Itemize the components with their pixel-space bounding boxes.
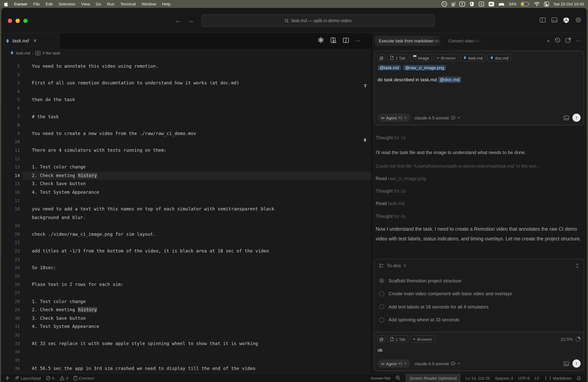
code-line[interactable]: 25 xyxy=(1,272,371,281)
code-line[interactable]: 1You need to annotate this video using r… xyxy=(1,62,371,71)
close-window-button[interactable] xyxy=(8,19,12,23)
bottom-panel-icon[interactable] xyxy=(551,17,557,24)
menu-item-file[interactable]: File xyxy=(33,1,40,6)
chat-tab-inactive[interactable]: Convert video to o xyxy=(447,36,485,46)
menu-item-selection[interactable]: Selection xyxy=(59,1,75,6)
chat-message-tool[interactable]: Read task.md xyxy=(376,201,583,206)
prism-icon[interactable] xyxy=(469,1,474,7)
statusbar-0[interactable]: 0 xyxy=(60,374,68,382)
chat-tab-active[interactable]: Execute task from markdown do xyxy=(375,36,444,46)
statusbar-connect[interactable]: Connect xyxy=(73,374,94,382)
code-line[interactable]: 18you need to add a text with this names… xyxy=(1,205,371,213)
context-pill--[interactable]: @ xyxy=(378,54,385,62)
chat-more-icon[interactable]: ⋯ xyxy=(576,38,581,43)
command-center-search[interactable]: task.md — qalti-ci-demo-video xyxy=(201,14,435,27)
breadcrumb-file[interactable]: task.md xyxy=(16,51,30,55)
code-line[interactable]: 5then do the task xyxy=(1,96,371,104)
menu-item-edit[interactable]: Edit xyxy=(46,1,53,6)
code-line[interactable]: 21 xyxy=(1,239,371,247)
statusbar-utf-8[interactable]: UTF-8 xyxy=(518,374,530,382)
forward-button[interactable]: → xyxy=(187,17,195,24)
chat-composer[interactable]: @1 TabImage+Browsertask.mddoc.md @task.m… xyxy=(374,51,584,125)
statusbar-lf[interactable]: LF xyxy=(535,374,540,382)
split-editor-icon[interactable] xyxy=(343,37,349,44)
menu-item-view[interactable]: View xyxy=(81,1,90,6)
statusbar-spaces-4[interactable]: Spaces: 4 xyxy=(495,374,513,382)
code-line[interactable]: 24So 18sec: xyxy=(1,264,371,272)
context-pill-1-tab[interactable]: 1 Tab xyxy=(387,335,408,343)
context-pill-browser[interactable]: +Browser xyxy=(410,335,435,343)
zoom-window-button[interactable] xyxy=(23,19,28,23)
cursor-cube-icon[interactable] xyxy=(563,17,569,25)
mention-pill[interactable]: @task.md xyxy=(378,65,401,70)
model-dropdown[interactable]: claude-4.5-sonnet xyxy=(415,115,460,120)
code-line[interactable]: 10 xyxy=(1,138,371,146)
menu-item-terminal[interactable]: Terminal xyxy=(120,1,136,6)
statusbar-bell-icon[interactable] xyxy=(577,374,581,382)
code-line[interactable]: 23 xyxy=(1,255,371,264)
minimize-window-button[interactable] xyxy=(16,19,20,23)
code-line[interactable]: 26Plase text in 2 rows for each sim: xyxy=(1,281,371,289)
agent-mode-dropdown[interactable]: ∞ Agent ⌘I xyxy=(378,360,410,368)
code-line[interactable]: 164. Test System Appearance xyxy=(1,188,371,197)
control-center-icon[interactable] xyxy=(544,1,549,6)
todo-open-icon[interactable] xyxy=(379,317,384,322)
tab-task-md[interactable]: task.md ✕ xyxy=(1,33,60,49)
code-line[interactable]: 11There are 4 simulators with tests runn… xyxy=(1,146,371,155)
menu-item-cursor[interactable]: Cursor xyxy=(14,1,27,6)
editor-more-actions-icon[interactable]: ⋯ xyxy=(356,38,360,43)
todos-collapse-icon[interactable] xyxy=(576,263,579,268)
apple-icon[interactable] xyxy=(4,1,8,6)
statusbar-cursor-tab[interactable]: Cursor Tab xyxy=(371,374,390,382)
code-line[interactable]: 314. Test System Appearance xyxy=(1,323,371,331)
code-line[interactable]: 34 xyxy=(1,348,371,356)
code-line[interactable]: 22add titles at ~1/3 from the bottom of … xyxy=(1,247,371,255)
code-line[interactable]: 12 xyxy=(1,155,371,163)
menu-item-run[interactable]: Run xyxy=(107,1,115,6)
todo-open-icon[interactable] xyxy=(379,304,384,309)
code-line[interactable]: 142. Check meeting history xyxy=(1,171,371,180)
openai-icon[interactable] xyxy=(318,37,324,45)
close-tab-icon[interactable]: ✕ xyxy=(33,38,37,43)
context-pill-1-tab[interactable]: 1 Tab xyxy=(387,54,408,62)
open-in-editor-icon[interactable] xyxy=(566,37,571,44)
code-line[interactable]: 153. Check Save button xyxy=(1,180,371,188)
chat-message-thought[interactable]: Thought for 2s xyxy=(376,135,583,140)
code-line[interactable]: 281. Test color change xyxy=(1,297,371,306)
agent-mode-dropdown[interactable]: ∞ Agent ⌘I xyxy=(378,114,410,122)
menu-item-help[interactable]: Help xyxy=(162,1,170,6)
code-line[interactable]: 2 xyxy=(1,71,371,79)
text-input-icon[interactable]: A xyxy=(479,1,484,6)
code-line[interactable]: 131. Test color change xyxy=(1,163,371,171)
wifi-icon[interactable] xyxy=(534,2,540,6)
attach-image-icon[interactable] xyxy=(564,115,569,120)
split-columns-icon[interactable] xyxy=(540,17,546,24)
chat-composer-bottom[interactable]: @1 Tab+Browser 22.5% ok ∞ Agent ⌘I xyxy=(374,332,584,371)
grammarly-icon[interactable]: g xyxy=(452,1,455,7)
statusbar-launchpad[interactable]: Launchpad xyxy=(14,374,41,382)
back-button[interactable]: ← xyxy=(174,17,182,24)
badge-10-icon[interactable]: 10 xyxy=(441,1,447,7)
menu-item-go[interactable]: Go xyxy=(96,1,101,6)
code-line[interactable]: 20check ./video/raw_ci_image.png for sim… xyxy=(1,230,371,239)
model-dropdown[interactable]: claude-4.5-sonnet xyxy=(415,361,460,366)
code-line[interactable]: 33At 33 sec replace it with some apple s… xyxy=(1,340,371,348)
menu-item-window[interactable]: Window xyxy=(142,1,156,6)
markdown-preview-icon[interactable] xyxy=(331,37,336,44)
context-pill-task-md[interactable]: task.md xyxy=(461,54,485,62)
code-line[interactable]: 27 xyxy=(1,289,371,297)
barcode-icon[interactable] xyxy=(488,1,494,6)
code-line[interactable]: 303. Check Save button xyxy=(1,314,371,323)
breadcrumb-heading[interactable]: # the task xyxy=(42,51,60,55)
keyboard-icon[interactable] xyxy=(499,2,504,6)
code-line[interactable]: 8 xyxy=(1,121,371,129)
code-line[interactable]: 292. Check meeting history xyxy=(1,306,371,314)
code-line[interactable]: 32 xyxy=(1,331,371,340)
todo-open-icon[interactable] xyxy=(379,291,384,296)
attach-image-icon[interactable] xyxy=(564,361,569,366)
context-pill-doc-md[interactable]: doc.md xyxy=(487,54,511,62)
todo-in-progress-icon[interactable]: → xyxy=(379,278,384,283)
new-chat-icon[interactable]: + xyxy=(547,38,550,44)
code-line[interactable]: 36At 56.5 sec the app in 3rd sim crashed… xyxy=(1,365,371,373)
code-line[interactable]: 35 xyxy=(1,356,371,365)
